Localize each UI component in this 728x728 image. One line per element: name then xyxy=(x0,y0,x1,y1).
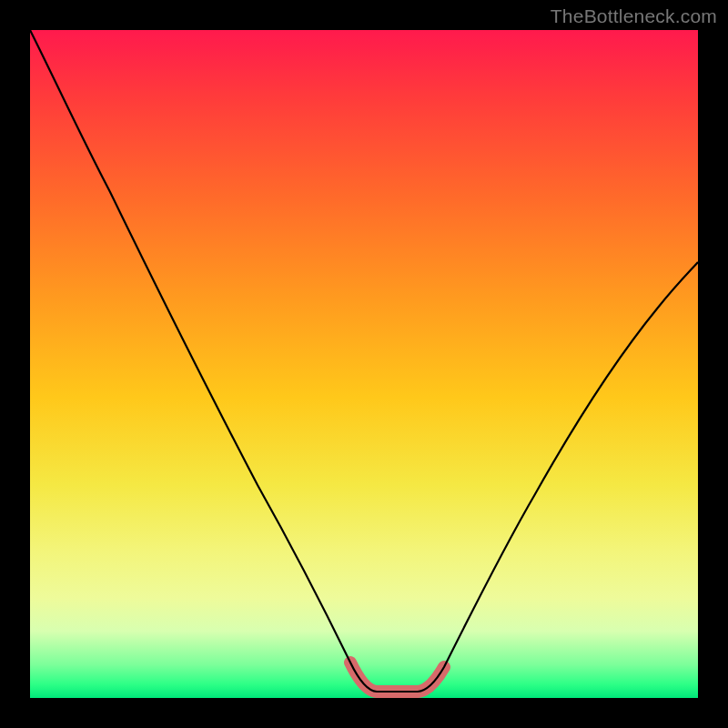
watermark-text: TheBottleneck.com xyxy=(551,5,717,27)
optimal-zone-path xyxy=(350,662,444,692)
chart-frame: TheBottleneck.com xyxy=(0,0,728,728)
chart-svg xyxy=(30,30,698,698)
plot-area xyxy=(30,30,698,698)
bottleneck-curve-path xyxy=(30,30,698,692)
